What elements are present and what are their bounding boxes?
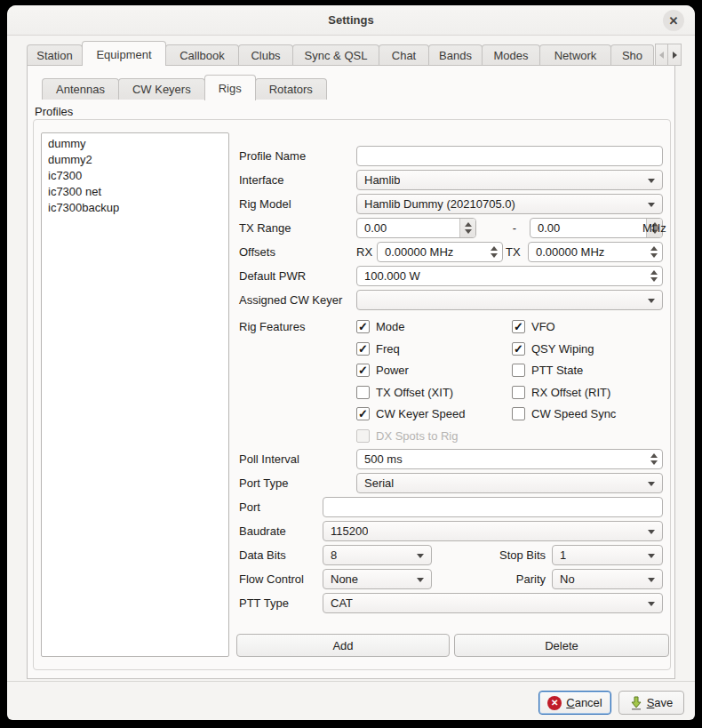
spin-buttons[interactable]: [459, 219, 475, 237]
checkbox-checked-icon[interactable]: ✓: [512, 320, 525, 333]
poll-interval-label: Poll Interval: [239, 449, 299, 469]
checkbox-mode[interactable]: ✓Mode: [356, 318, 405, 334]
checkbox-vfo[interactable]: ✓VFO: [512, 318, 555, 334]
profiles-list[interactable]: dummydummy2ic7300ic7300 netic7300backup: [41, 132, 229, 657]
checkbox-unchecked-icon[interactable]: [356, 386, 370, 399]
baudrate-label: Baudrate: [239, 521, 286, 541]
offsets-rx-label: RX: [356, 242, 372, 262]
checkbox-label: RX Offset (RIT): [531, 386, 610, 399]
checkbox-unchecked-icon[interactable]: [512, 407, 525, 420]
rig-model-label: Rig Model: [239, 194, 291, 214]
add-button[interactable]: Add: [236, 634, 450, 657]
tab-bands[interactable]: Bands: [428, 44, 483, 66]
tab-scrollers: [655, 44, 682, 66]
chevron-down-icon: [648, 179, 655, 183]
parity-select[interactable]: No: [552, 569, 663, 589]
save-button[interactable]: Save: [618, 691, 684, 715]
list-item[interactable]: ic7300backup: [42, 200, 228, 216]
list-item[interactable]: dummy2: [42, 152, 228, 168]
interface-select[interactable]: Hamlib: [356, 170, 663, 190]
checkbox-label: VFO: [531, 320, 555, 333]
checkbox-label: DX Spots to Rig: [376, 429, 459, 443]
checkbox-cw-keyer-speed[interactable]: ✓CW Keyer Speed: [356, 405, 465, 421]
poll-interval-spinbox[interactable]: 500 ms: [356, 449, 663, 469]
spin-buttons[interactable]: [486, 243, 502, 261]
assigned-cw-keyer-select[interactable]: [356, 290, 663, 310]
default-pwr-spinbox[interactable]: 100.000 W: [356, 266, 663, 286]
checkbox-qsy-wiping[interactable]: ✓QSY Wiping: [512, 340, 594, 356]
tab-station[interactable]: Station: [27, 44, 83, 66]
stop-bits-label: Stop Bits: [457, 545, 546, 565]
rig-model-select[interactable]: Hamlib Dummy (20210705.0): [356, 194, 663, 214]
spin-buttons[interactable]: [646, 267, 662, 285]
spin-up-icon: [650, 453, 658, 458]
checkbox-power[interactable]: ✓Power: [356, 362, 409, 378]
chevron-down-icon: [417, 554, 424, 558]
title-bar[interactable]: Settings ✕: [7, 5, 695, 36]
baudrate-select[interactable]: 115200: [323, 521, 663, 541]
tab-scroll-left-button[interactable]: [655, 44, 668, 66]
checkbox-label: PTT State: [531, 364, 583, 377]
list-item[interactable]: dummy: [42, 136, 228, 152]
chevron-down-icon: [648, 203, 655, 207]
spin-down-icon: [465, 229, 472, 234]
tx-offset-spinbox[interactable]: 0.00000 MHz: [528, 242, 663, 262]
port-type-select[interactable]: Serial: [356, 473, 663, 493]
rx-offset-spinbox[interactable]: 0.00000 MHz: [377, 242, 503, 262]
checkbox-checked-icon[interactable]: ✓: [356, 407, 370, 420]
tab-clubs[interactable]: Clubs: [238, 44, 293, 66]
checkbox-label: Mode: [376, 320, 405, 333]
stop-bits-select[interactable]: 1: [552, 545, 663, 565]
close-icon[interactable]: ✕: [663, 10, 684, 31]
tab-network[interactable]: Network: [539, 44, 611, 66]
tx-range-from-spinbox[interactable]: 0.00: [356, 218, 476, 238]
tx-range-label: TX Range: [239, 218, 291, 238]
checkbox-checked-icon[interactable]: ✓: [356, 320, 370, 333]
tab-callbook[interactable]: Callbook: [165, 44, 239, 66]
chevron-down-icon: [648, 602, 655, 606]
flow-control-select[interactable]: None: [323, 569, 432, 589]
tab-equipment[interactable]: Equipment: [82, 41, 166, 66]
spin-buttons[interactable]: [646, 243, 662, 261]
baudrate-value: 115200: [331, 524, 368, 538]
ptt-type-select[interactable]: CAT: [323, 593, 663, 613]
ptt-type-label: PTT Type: [239, 593, 289, 613]
checkbox-unchecked-icon[interactable]: [512, 364, 525, 377]
subtab-antennas[interactable]: Antennas: [42, 78, 119, 100]
checkbox-unchecked-icon[interactable]: [512, 386, 525, 399]
chevron-down-icon: [648, 554, 655, 558]
cancel-button[interactable]: ✕ Cancel: [538, 691, 611, 715]
checkbox-dx-spots-to-rig: DX Spots to Rig: [356, 428, 459, 444]
chevron-down-icon: [648, 482, 655, 486]
subtab-cw-keyers[interactable]: CW Keyers: [118, 78, 205, 100]
checkbox-ptt-state[interactable]: PTT State: [512, 362, 583, 378]
tab-scroll-right-button[interactable]: [668, 44, 682, 66]
stop-bits-value: 1: [560, 548, 566, 562]
checkbox-checked-icon[interactable]: ✓: [356, 342, 370, 356]
tab-modes[interactable]: Modes: [482, 44, 540, 66]
list-item[interactable]: ic7300: [42, 168, 228, 184]
checkbox-checked-icon[interactable]: ✓: [512, 342, 525, 356]
poll-interval-value: 500 ms: [364, 452, 403, 466]
tab-chat[interactable]: Chat: [379, 44, 429, 66]
rx-offset-value: 0.00000 MHz: [385, 245, 453, 259]
checkbox-label: TX Offset (XIT): [376, 386, 453, 399]
subtab-rigs[interactable]: Rigs: [204, 75, 256, 100]
tab-sho[interactable]: Sho: [610, 44, 654, 66]
checkbox-checked-icon[interactable]: ✓: [356, 364, 370, 377]
port-input[interactable]: [323, 497, 663, 517]
parity-value: No: [560, 572, 575, 586]
delete-button[interactable]: Delete: [454, 634, 669, 657]
chevron-right-icon: [673, 52, 677, 59]
list-item[interactable]: ic7300 net: [42, 184, 228, 200]
checkbox-cw-speed-sync[interactable]: CW Speed Sync: [512, 405, 616, 421]
checkbox-freq[interactable]: ✓Freq: [356, 340, 400, 356]
checkbox-rx-offset-rit-[interactable]: RX Offset (RIT): [512, 384, 610, 400]
spin-buttons[interactable]: [646, 450, 662, 468]
profile-name-input[interactable]: [356, 146, 663, 166]
subtab-rotators[interactable]: Rotators: [255, 78, 327, 100]
port-type-value: Serial: [364, 476, 394, 490]
tab-sync-qsl[interactable]: Sync & QSL: [292, 44, 379, 66]
checkbox-tx-offset-xit-[interactable]: TX Offset (XIT): [356, 384, 453, 400]
data-bits-select[interactable]: 8: [323, 545, 432, 565]
